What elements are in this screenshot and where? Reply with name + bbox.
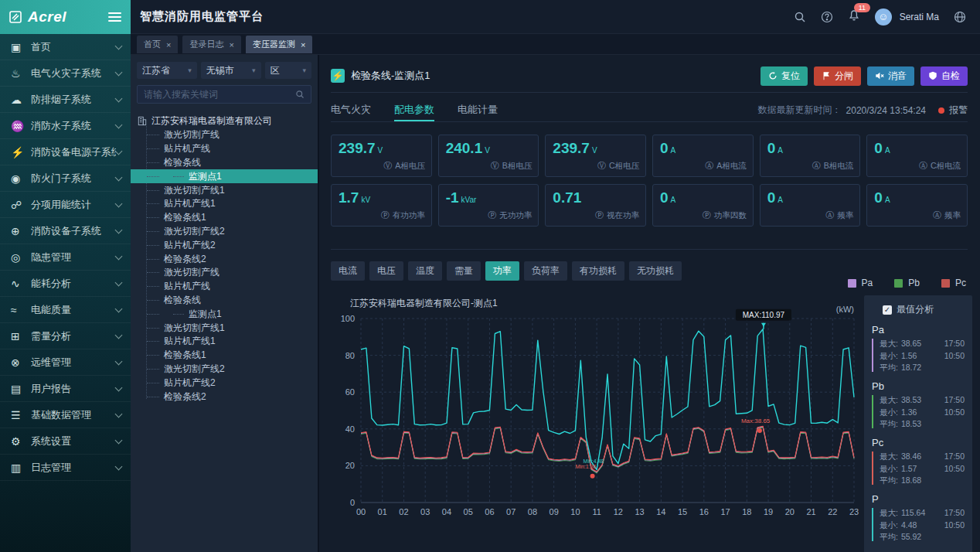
tree-node[interactable]: 检验条线2 <box>131 252 318 266</box>
tree-node[interactable]: 贴片机产线1 <box>131 197 318 211</box>
tree-node[interactable]: 贴片机产线2 <box>131 238 318 252</box>
svg-text:20: 20 <box>785 507 795 516</box>
chart-tab[interactable]: 电流 <box>331 261 365 281</box>
svg-text:23: 23 <box>849 507 859 516</box>
tree-node[interactable]: 贴片机产线2 <box>131 376 318 390</box>
sidebar-item-13[interactable]: ⊗ 远维管理 <box>0 349 131 376</box>
svg-text:19: 19 <box>764 507 773 516</box>
close-icon[interactable]: × <box>166 40 171 49</box>
self-check-button[interactable]: 自检 <box>920 66 968 86</box>
tree-node[interactable]: 激光切割产线 <box>131 266 318 280</box>
district-select[interactable]: 区▾ <box>265 62 311 79</box>
close-icon[interactable]: × <box>229 40 233 49</box>
sidebar-item-3[interactable]: ☁ 防排烟子系统 <box>0 87 131 113</box>
search-icon[interactable] <box>794 11 806 23</box>
chevron-down-icon <box>115 331 123 339</box>
acrel-logo-icon <box>8 9 23 25</box>
tree-node[interactable]: 激光切割产线1 <box>131 321 318 335</box>
chart-tab[interactable]: 功率 <box>485 261 519 281</box>
chevron-down-icon <box>115 199 123 207</box>
sidebar-item-5[interactable]: ⚡ 消防设备电源子系统 <box>0 139 131 165</box>
content-tab[interactable]: 登录日志 × <box>182 36 240 53</box>
legend-item[interactable]: Pc <box>941 278 966 288</box>
svg-text:0: 0 <box>350 498 355 507</box>
legend-item[interactable]: Pa <box>848 278 873 288</box>
sidebar-item-6[interactable]: ◉ 防火门子系统 <box>0 165 131 192</box>
extremes-checkbox[interactable]: ✓ 最值分析 <box>883 303 965 316</box>
search-icon[interactable] <box>295 90 305 99</box>
chevron-down-icon <box>115 462 123 470</box>
chart-tab[interactable]: 需量 <box>447 261 481 281</box>
tree-node[interactable]: 检验条线1 <box>131 349 318 363</box>
sidebar-item-11[interactable]: ≈ 电能质量 <box>0 297 131 323</box>
mute-button[interactable]: 消音 <box>867 66 914 86</box>
tree-node[interactable]: 检验条线2 <box>131 390 318 404</box>
sidebar-item-8[interactable]: ⊕ 消防设备子系统 <box>0 218 131 244</box>
sidebar-item-12[interactable]: ⊞ 需量分析 <box>0 323 131 349</box>
svg-text:09: 09 <box>550 507 559 516</box>
user-name[interactable]: Serati Ma <box>900 12 939 22</box>
avatar[interactable]: ☺ <box>875 9 892 26</box>
chart-tab[interactable]: 温度 <box>408 261 442 281</box>
unit-circle-icon: Ⓟ <box>595 210 604 220</box>
tree-node[interactable]: 激光切割产线2 <box>131 363 318 377</box>
chart-tab[interactable]: 负荷率 <box>524 261 567 281</box>
sidebar-item-10[interactable]: ∿ 能耗分析 <box>0 271 131 297</box>
user-report-icon: ▤ <box>11 383 31 395</box>
tree-search-input[interactable]: 请输入搜索关键词 <box>137 85 311 104</box>
province-select[interactable]: 江苏省▾ <box>137 62 197 79</box>
menu-toggle-icon[interactable] <box>108 12 121 22</box>
chart-tab[interactable]: 有功损耗 <box>572 261 624 281</box>
tree-node[interactable]: 检验条线 <box>131 156 318 170</box>
sidebar-item-1[interactable]: ▣ 首页 <box>0 34 131 60</box>
svg-text:17: 17 <box>720 507 730 516</box>
param-tab[interactable]: 配电参数 <box>394 99 434 121</box>
tree-node[interactable]: 监测点1 <box>131 307 318 321</box>
language-globe-icon[interactable] <box>954 11 966 23</box>
help-icon[interactable] <box>821 11 833 23</box>
sidebar-item-2[interactable]: ♨ 电气火灾子系统 <box>0 60 131 87</box>
chevron-down-icon <box>115 121 123 128</box>
content-tab[interactable]: 首页 × <box>137 36 178 53</box>
legend-item[interactable]: Pb <box>894 278 920 288</box>
close-icon[interactable]: × <box>301 40 305 49</box>
stat-groups: Pa 最大:38.6517:50最小:1.5610:50平均:18.72 Pb … <box>872 324 965 541</box>
tree-node[interactable]: 激光切割产线2 <box>131 225 318 239</box>
chart-tab[interactable]: 无功损耗 <box>629 261 682 281</box>
tree-node[interactable]: 激光切割产线 <box>131 128 318 142</box>
tree-node[interactable]: 激光切割产线1 <box>131 183 318 197</box>
tree-node[interactable]: 检验条线1 <box>131 211 318 225</box>
sidebar-item-17[interactable]: ▥ 日志管理 <box>0 455 131 481</box>
tree-node[interactable]: 检验条线 <box>131 294 318 308</box>
tree-node[interactable]: 贴片机产线 <box>131 280 318 294</box>
tree-node[interactable]: 贴片机产线1 <box>131 335 318 349</box>
chart-tab[interactable]: 电压 <box>369 261 403 281</box>
reset-button[interactable]: 复位 <box>761 66 808 86</box>
extremes-panel: ✓ 最值分析 Pa 最大:38.6517:50最小:1.5610:50平均:18… <box>864 295 972 552</box>
sidebar-item-4[interactable]: ♒ 消防水子系统 <box>0 113 131 139</box>
sidebar-item-14[interactable]: ▤ 用户报告 <box>0 376 131 402</box>
chevron-down-icon <box>115 226 123 233</box>
param-tabs: 电气火灾配电参数电能计量 <box>331 99 498 121</box>
tree-node[interactable]: 监测点1 <box>131 169 318 183</box>
sidebar-item-7[interactable]: ☍ 分项用能统计 <box>0 192 131 218</box>
tree-company-node[interactable]: 江苏安科瑞电器制造有限公司 <box>131 114 318 128</box>
svg-text:80: 80 <box>345 351 355 360</box>
param-tab[interactable]: 电气火灾 <box>331 99 371 121</box>
company-icon <box>138 116 147 126</box>
power-line-chart[interactable]: 0001020304050607080910111213141516171819… <box>335 305 860 529</box>
metric-cards: 239.7V ⓋA相电压 240.1V ⓋB相电压 239.7V ⓋC相电压 0… <box>331 135 968 227</box>
unit-circle-icon: Ⓟ <box>488 210 496 220</box>
notifications[interactable]: 11 <box>848 9 860 25</box>
sidebar-item-16[interactable]: ⚙ 系统设置 <box>0 428 131 455</box>
sidebar-item-9[interactable]: ◎ 隐患管理 <box>0 244 131 271</box>
metric-card: 0A ⒶA相电流 <box>652 135 754 177</box>
trip-button[interactable]: 分闸 <box>814 66 861 86</box>
fire-door-icon: ◉ <box>11 172 31 185</box>
tree-node[interactable]: 贴片机产线 <box>131 142 318 156</box>
svg-text:Max:38.65: Max:38.65 <box>741 417 771 424</box>
sidebar-item-15[interactable]: ☰ 基础数据管理 <box>0 402 131 428</box>
content-tab[interactable]: 变压器监测 × <box>246 36 312 53</box>
city-select[interactable]: 无锡市▾ <box>201 62 261 79</box>
param-tab[interactable]: 电能计量 <box>458 99 498 121</box>
